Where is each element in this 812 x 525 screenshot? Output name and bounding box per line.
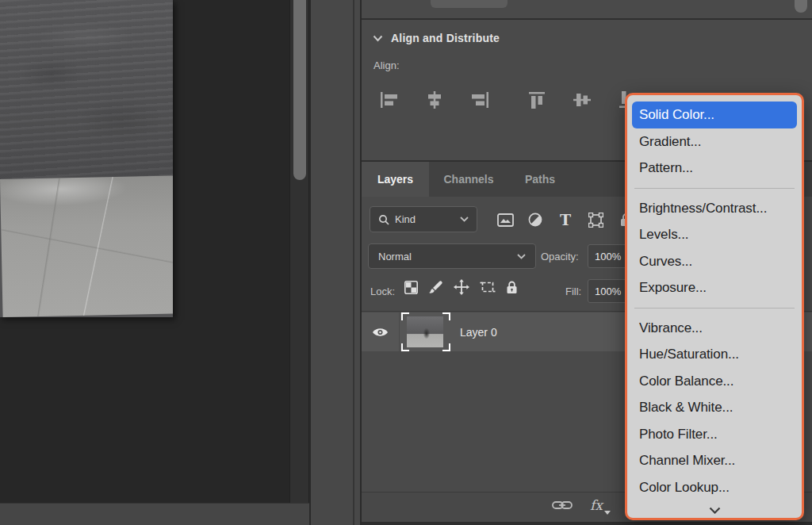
thumbnail-selection-bracket xyxy=(401,343,409,351)
menu-item[interactable]: Color Lookup... xyxy=(632,474,797,501)
canvas-vertical-scrollbar[interactable] xyxy=(289,0,309,503)
menu-item[interactable]: Hue/Saturation... xyxy=(632,341,797,368)
menu-item[interactable]: Black & White... xyxy=(632,394,797,421)
panel-bottom-edge xyxy=(362,522,812,525)
align-label: Align: xyxy=(373,59,400,71)
document-image xyxy=(0,0,173,317)
fx-caret-icon xyxy=(604,511,611,515)
tab-paths[interactable]: Paths xyxy=(508,162,572,197)
lock-all-icon[interactable] xyxy=(506,281,518,297)
lock-artboard-icon[interactable] xyxy=(480,280,496,297)
fx-icon: fx xyxy=(590,497,603,513)
chevron-down-icon xyxy=(517,254,526,259)
adjustment-layer-menu: Solid Color...Gradient...Pattern...Brigh… xyxy=(625,93,804,520)
thumbnail-selection-bracket xyxy=(401,312,409,320)
menu-item[interactable]: Color Balance... xyxy=(632,368,797,395)
panel-scrollbar-thumb[interactable] xyxy=(795,0,807,13)
tab-channels[interactable]: Channels xyxy=(429,162,508,197)
menu-item[interactable]: Gradient... xyxy=(632,128,797,155)
menu-item[interactable]: Vibrance... xyxy=(632,315,797,342)
tab-layers[interactable]: Layers xyxy=(362,162,429,197)
photo-wall-region xyxy=(0,0,173,184)
align-panel-title: Align and Distribute xyxy=(391,32,500,44)
lock-transparent-pixels-icon[interactable] xyxy=(404,281,418,297)
kind-dropdown-value: Kind xyxy=(395,213,416,225)
menu-item[interactable]: Curves... xyxy=(632,248,797,275)
fill-field[interactable]: 100% xyxy=(588,279,630,303)
menu-scroll-more[interactable] xyxy=(627,500,802,519)
layer-visibility-eye-icon[interactable] xyxy=(372,327,389,338)
clipped-control-above xyxy=(431,0,508,8)
canvas-vertical-scrollbar-thumb[interactable] xyxy=(293,0,306,180)
shape-layer-filter-icon[interactable] xyxy=(580,213,611,228)
align-top-edges-icon[interactable] xyxy=(527,90,548,109)
canvas-bottom-bar xyxy=(0,503,362,525)
menu-item[interactable]: Brightness/Contrast... xyxy=(632,195,797,222)
layer-effects-button[interactable]: fx xyxy=(590,497,611,513)
thumbnail-selection-bracket xyxy=(442,312,450,320)
lock-position-icon[interactable] xyxy=(454,279,469,298)
opacity-field[interactable]: 100% xyxy=(588,244,630,268)
fill-label: Fill: xyxy=(565,285,581,297)
menu-item[interactable]: Pattern... xyxy=(632,155,797,182)
photo-floor-region xyxy=(0,175,173,317)
chevron-down-icon xyxy=(460,217,469,222)
lock-image-pixels-icon[interactable] xyxy=(428,280,443,298)
menu-separator xyxy=(634,308,795,308)
align-horizontal-centers-icon[interactable] xyxy=(424,90,445,109)
blend-mode-value: Normal xyxy=(378,251,412,262)
document-canvas[interactable] xyxy=(0,0,311,525)
lock-label: Lock: xyxy=(370,285,395,297)
menu-separator xyxy=(634,188,795,189)
link-layers-icon[interactable] xyxy=(552,500,573,511)
thumbnail-selection-bracket xyxy=(442,343,450,351)
layer-thumbnail[interactable] xyxy=(407,316,443,347)
chevron-down-icon xyxy=(709,507,721,514)
layer-filter-kind-dropdown[interactable]: Kind xyxy=(370,206,477,232)
menu-item[interactable]: Channel Mixer... xyxy=(632,447,797,474)
layer-name[interactable]: Layer 0 xyxy=(460,326,497,339)
photoshop-window: Align and Distribute Align: xyxy=(0,0,812,525)
align-vertical-centers-icon[interactable] xyxy=(573,90,593,109)
opacity-label: Opacity: xyxy=(541,251,579,262)
panel-dock-seam xyxy=(353,0,354,525)
pixel-layer-filter-icon[interactable] xyxy=(490,213,520,227)
type-layer-filter-icon[interactable]: T xyxy=(550,211,580,228)
adjustment-layer-filter-icon[interactable] xyxy=(520,213,550,227)
collapse-chevron-icon[interactable] xyxy=(373,35,383,42)
blend-mode-dropdown[interactable]: Normal xyxy=(368,243,536,269)
menu-item[interactable]: Photo Filter... xyxy=(632,421,797,448)
align-left-edges-icon[interactable] xyxy=(379,90,400,109)
panel-divider xyxy=(362,18,812,20)
menu-item[interactable]: Exposure... xyxy=(632,274,797,301)
panel-above-section xyxy=(362,0,812,18)
align-right-edges-icon[interactable] xyxy=(469,90,490,109)
panel-dock-gutter xyxy=(309,0,362,525)
menu-item[interactable]: Levels... xyxy=(632,221,797,248)
search-icon xyxy=(378,214,389,225)
adjustment-menu-items: Solid Color...Gradient...Pattern...Brigh… xyxy=(627,102,802,500)
menu-item[interactable]: Solid Color... xyxy=(632,102,797,128)
layer-row-divider xyxy=(399,312,400,351)
